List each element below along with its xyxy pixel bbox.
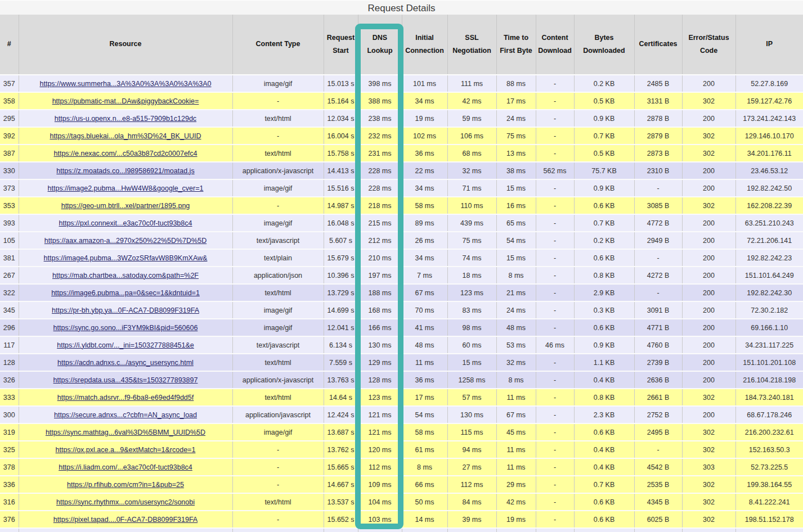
- content-download-cell: -: [536, 371, 574, 389]
- resource-link[interactable]: https://pixel.tapad....0F-ACA7-DB8099F31…: [53, 516, 198, 524]
- bytes-downloaded-cell: 1.1 KB: [574, 354, 634, 371]
- time-to-first-byte-cell: 38 ms: [496, 162, 536, 179]
- dns-lookup-cell: 168 ms: [358, 301, 402, 319]
- resource-link[interactable]: https://us-u.openx.n...e8-a515-7909b1c12…: [55, 115, 196, 123]
- certificates-cell: -: [634, 179, 682, 197]
- content-type-cell: text/html: [232, 389, 324, 406]
- table-body: 357https://www.summerha...3A%3A0%3A%3A0%…: [0, 75, 803, 532]
- resource-link[interactable]: https://z.moatads.co...l989586921/moatad…: [56, 167, 194, 175]
- certificates-cell: 2949 B: [634, 232, 682, 249]
- bytes-downloaded-cell: 0.2 KB: [574, 232, 634, 249]
- request-start-cell: 15.679 s: [324, 249, 358, 267]
- ssl-negotiation-cell: 111 ms: [447, 75, 496, 92]
- status-code-cell: 200: [682, 214, 735, 232]
- request-details-page: Request Details #ResourceContent TypeReq…: [0, 0, 803, 532]
- ip-cell: 63.251.210.243: [735, 214, 803, 232]
- content-download-cell: -: [536, 145, 574, 162]
- resource-link[interactable]: https://geo-um.btrll...xel/partner/1895.…: [61, 202, 190, 210]
- resource-link[interactable]: https://e.nexac.com/...c50a3b87cd2c0007e…: [53, 150, 197, 157]
- certificates-cell: 2879 B: [634, 127, 682, 145]
- resource-link[interactable]: https://i.yldbt.com/..._ini=150327788845…: [57, 341, 194, 349]
- status-code-cell: 302: [682, 197, 735, 214]
- resource-link[interactable]: https://www.summerha...3A%3A0%3A%3A0%3A%…: [39, 80, 211, 88]
- resource-cell: https://geo-um.btrll...xel/partner/1895.…: [19, 197, 232, 214]
- dns-lookup-cell: 123 ms: [358, 389, 402, 406]
- dns-lookup-cell: 129 ms: [358, 354, 402, 371]
- resource-link[interactable]: https://image6.pubma...pa=0&sec=1&kdntui…: [51, 289, 200, 297]
- table-row-request-325: 325https://ox.pxl.ace.a...9&extMatch=1&r…: [0, 441, 803, 458]
- initial-connection-cell: 102 ms: [402, 127, 447, 145]
- resource-link[interactable]: https://mab.chartbea...satoday.com&path=…: [52, 272, 199, 279]
- initial-connection-cell: 8 ms: [402, 458, 447, 476]
- request-start-cell: 7.559 s: [324, 354, 358, 371]
- content-type-cell: -: [232, 92, 324, 110]
- resource-link[interactable]: https://sync.mathtag...6val%3D%5BMM_UUID…: [46, 429, 205, 436]
- initial-connection-cell: 61 ms: [402, 441, 447, 458]
- resource-link[interactable]: https://srepdata.usa...435&ts=1503277893…: [53, 376, 198, 384]
- ip-cell: 152.163.50.3: [735, 441, 803, 458]
- ip-cell: 23.46.53.12: [735, 162, 803, 179]
- resource-link[interactable]: https://acdn.adnxs.c.../async_usersync.h…: [57, 359, 194, 367]
- resource-link[interactable]: https://image2.pubma...HwW4W8&google_cve…: [48, 184, 204, 192]
- initial-connection-cell: 34 ms: [402, 249, 447, 267]
- dns-lookup-cell: 109 ms: [358, 476, 402, 493]
- content-type-cell: text/html: [232, 493, 324, 511]
- partial-bottom-row: [0, 528, 803, 532]
- column-header-certificates: Certificates: [634, 15, 682, 75]
- resource-cell: https://secure.adnxs...c?cbfn=AN_async_l…: [19, 406, 232, 423]
- resource-link[interactable]: https://secure.adnxs...c?cbfn=AN_async_l…: [54, 411, 197, 419]
- resource-link[interactable]: https://i.liadm.com/...e3ac70c0f-tuct93b…: [59, 463, 192, 471]
- bytes-downloaded-cell: 0.9 KB: [574, 179, 634, 197]
- content-type-cell: text/html: [232, 354, 324, 371]
- ssl-negotiation-cell: 71 ms: [447, 179, 496, 197]
- initial-connection-cell: 11 ms: [402, 354, 447, 371]
- table-row-request-387: 387https://e.nexac.com/...c50a3b87cd2c00…: [0, 145, 803, 162]
- num-cell: 330: [0, 162, 19, 179]
- ip-cell: 68.67.178.246: [735, 406, 803, 423]
- content-download-cell: -: [536, 267, 574, 284]
- dns-lookup-cell: 104 ms: [358, 493, 402, 511]
- num-cell: 300: [0, 406, 19, 423]
- resource-cell: https://sync.go.sono...iF3YM9kBI&pid=560…: [19, 319, 232, 336]
- time-to-first-byte-cell: 48 ms: [496, 319, 536, 336]
- certificates-cell: 4272 B: [634, 267, 682, 284]
- resource-link[interactable]: https://aax.amazon-a...2970x250%22%5D%7D…: [44, 237, 207, 245]
- status-code-cell: 200: [682, 232, 735, 249]
- resource-link[interactable]: https://ox.pxl.ace.a...9&extMatch=1&rcod…: [56, 446, 196, 454]
- ssl-negotiation-cell: 39 ms: [447, 511, 496, 528]
- resource-link[interactable]: https://pubmatic-mat...DAw&piggybackCook…: [52, 97, 199, 105]
- certificates-cell: 2535 B: [634, 476, 682, 493]
- resource-link[interactable]: https://pxl.connexit...e3ac70c0f-tuct93b…: [59, 219, 192, 227]
- ip-cell: 34.201.176.11: [735, 145, 803, 162]
- content-type-cell: image/gif: [232, 423, 324, 441]
- resource-link[interactable]: https://p.rfihub.com/cm?in=1&pub=25: [67, 481, 184, 489]
- request-start-cell: 14.987 s: [324, 197, 358, 214]
- resource-link[interactable]: https://sync.rhythmx...com/usersync2/son…: [56, 498, 195, 506]
- bytes-downloaded-cell: 0.8 KB: [574, 389, 634, 406]
- resource-cell: https://pixel.tapad....0F-ACA7-DB8099F31…: [19, 511, 232, 528]
- time-to-first-byte-cell: 15 ms: [496, 249, 536, 267]
- status-code-cell: 302: [682, 476, 735, 493]
- table-row-request-295: 295https://us-u.openx.n...e8-a515-7909b1…: [0, 110, 803, 127]
- ssl-negotiation-cell: 84 ms: [447, 493, 496, 511]
- resource-link[interactable]: https://pr-bh.ybp.ya...0F-ACA7-DB8099F31…: [52, 306, 199, 314]
- content-type-cell: text/javascript: [232, 232, 324, 249]
- content-type-cell: -: [232, 127, 324, 145]
- time-to-first-byte-cell: 54 ms: [496, 232, 536, 249]
- num-cell: 376: [0, 511, 19, 528]
- resource-cell: https://acdn.adnxs.c.../async_usersync.h…: [19, 354, 232, 371]
- ssl-negotiation-cell: 59 ms: [447, 110, 496, 127]
- resource-link[interactable]: https://match.adsrvr...f9-6ba8-e69ed4f9d…: [57, 394, 194, 402]
- ip-cell: 192.82.242.30: [735, 284, 803, 301]
- time-to-first-byte-cell: 45 ms: [496, 423, 536, 441]
- ip-cell: 69.166.1.10: [735, 319, 803, 336]
- resource-link[interactable]: https://tags.bluekai...ola_hm%3D%24_BK_U…: [50, 132, 201, 140]
- request-start-cell: 15.516 s: [324, 179, 358, 197]
- certificates-cell: 4771 B: [634, 319, 682, 336]
- bytes-downloaded-cell: 0.6 KB: [574, 319, 634, 336]
- bytes-downloaded-cell: 2.9 KB: [574, 284, 634, 301]
- resource-link[interactable]: https://sync.go.sono...iF3YM9kBI&pid=560…: [53, 324, 198, 332]
- table-row-request-117: 117https://i.yldbt.com/..._ini=150327788…: [0, 336, 803, 354]
- table-header-row: #ResourceContent TypeRequest StartDNS Lo…: [0, 15, 803, 75]
- resource-link[interactable]: https://image4.pubma...3WZozSRfavW8B9KmX…: [44, 254, 208, 262]
